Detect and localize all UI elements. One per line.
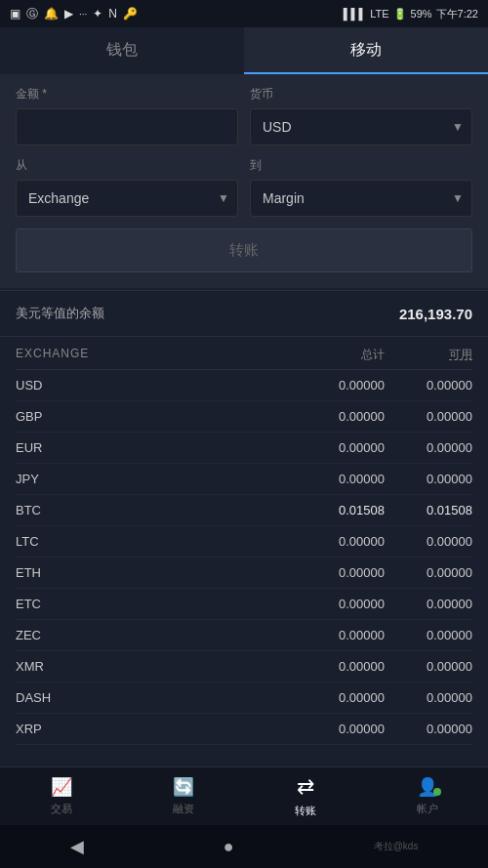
currency-cell: DASH [16,690,74,705]
funding-icon: 🔄 [173,776,194,798]
back-button[interactable]: ◀ [70,836,84,857]
icon-square: ▣ [10,7,20,21]
battery-level: 59% [411,8,432,20]
to-group: 到 Margin ▼ [250,157,472,217]
form-row-from-to: 从 Exchange ▼ 到 Margin ▼ [16,157,472,217]
currency-cell: ZEC [16,628,74,642]
exchange-section: EXCHANGE 总计 可用 USD 0.00000 0.00000 GBP 0… [0,337,488,745]
currency-cell: BTC [16,503,74,517]
total-cell: 0.00000 [297,409,385,424]
exchange-section-label: EXCHANGE [16,347,89,363]
to-value: Margin [251,181,471,216]
currency-select[interactable]: USD ▼ [250,108,472,145]
currency-cell: LTC [16,534,74,549]
to-label: 到 [250,157,472,174]
currency-cell: EUR [16,440,74,455]
nav-transfer[interactable]: ⇄ 转账 [244,767,366,825]
currency-cell: XMR [16,659,74,674]
nav-funding-label: 融资 [173,802,194,816]
total-cell: 0.00000 [297,722,385,736]
amount-group: 金额 * [16,86,238,145]
currency-label: 货币 [250,86,472,103]
status-left-icons: ▣ Ⓖ 🔔 ▶ ··· ✦ N 🔑 [10,6,138,22]
home-button[interactable]: ● [224,837,234,857]
account-dot [433,788,441,796]
amount-label: 金额 * [16,86,238,103]
total-cell: 0.00000 [297,378,385,393]
table-row: ZEC 0.00000 0.00000 [16,620,472,651]
currency-cell: JPY [16,472,74,486]
currency-cell: XRP [16,722,74,736]
available-cell: 0.00000 [385,628,472,642]
col-available-header: 可用 [385,347,472,363]
row-values: 0.00000 0.00000 [297,472,472,486]
table-row: BTC 0.01508 0.01508 [16,495,472,526]
icon-nfc: N [108,7,117,21]
transfer-btn-row: 转账 [16,228,472,272]
row-values: 0.00000 0.00000 [297,628,472,642]
table-row: EUR 0.00000 0.00000 [16,433,472,464]
transfer-icon: ⇄ [297,774,314,800]
row-values: 0.00000 0.00000 [297,440,472,455]
nav-account-label: 帐户 [417,802,438,816]
available-cell: 0.00000 [385,378,472,393]
available-cell: 0.00000 [385,690,472,705]
icon-key: 🔑 [123,7,138,21]
row-values: 0.00000 0.00000 [297,597,472,611]
status-bar: ▣ Ⓖ 🔔 ▶ ··· ✦ N 🔑 ▌▌▌ LTE 🔋 59% 下午7:22 [0,0,488,27]
nav-trade-label: 交易 [51,802,72,816]
form-row-amount-currency: 金额 * 货币 USD ▼ [16,86,472,145]
nav-account[interactable]: 👤 帐户 [366,767,488,825]
row-values: 0.00000 0.00000 [297,722,472,736]
from-group: 从 Exchange ▼ [16,157,238,217]
table-row: USD 0.00000 0.00000 [16,370,472,401]
row-values: 0.00000 0.00000 [297,409,472,424]
available-cell: 0.00000 [385,597,472,611]
currency-cell: GBP [16,409,74,424]
total-cell: 0.00000 [297,440,385,455]
exchange-rows: USD 0.00000 0.00000 GBP 0.00000 0.00000 … [16,370,472,745]
available-cell: 0.01508 [385,503,472,517]
signal-icon: ▌▌▌ [344,8,366,20]
main-tab-bar: 钱包 移动 [0,27,488,74]
to-select[interactable]: Margin ▼ [250,180,472,217]
icon-bluetooth: ✦ [93,7,102,21]
table-row: XMR 0.00000 0.00000 [16,651,472,682]
trade-icon: 📈 [51,776,72,798]
icon-bell: 🔔 [44,7,59,21]
total-cell: 0.01508 [297,503,385,517]
exchange-col-headers: 总计 可用 [297,347,472,363]
table-row: ETH 0.00000 0.00000 [16,558,472,589]
total-cell: 0.00000 [297,628,385,642]
row-values: 0.01508 0.01508 [297,503,472,517]
row-values: 0.00000 0.00000 [297,534,472,549]
tab-move[interactable]: 移动 [244,27,488,74]
exchange-header: EXCHANGE 总计 可用 [16,337,472,370]
to-arrow-icon: ▼ [452,191,464,205]
signal-label: LTE [370,8,388,20]
available-cell: 0.00000 [385,472,472,486]
amount-input[interactable] [16,108,238,145]
nav-funding[interactable]: 🔄 融资 [122,767,244,825]
available-cell: 0.00000 [385,565,472,580]
nav-transfer-label: 转账 [295,804,316,818]
table-row: LTC 0.00000 0.00000 [16,526,472,558]
total-cell: 0.00000 [297,597,385,611]
available-cell: 0.00000 [385,409,472,424]
android-nav: ◀ ● 考拉@kds [0,825,488,868]
from-label: 从 [16,157,238,174]
from-select[interactable]: Exchange ▼ [16,180,238,217]
tab-wallet[interactable]: 钱包 [0,27,244,74]
currency-arrow-icon: ▼ [452,120,464,134]
bottom-nav: 📈 交易 🔄 融资 ⇄ 转账 👤 帐户 [0,766,488,825]
nav-trade[interactable]: 📈 交易 [0,767,122,825]
available-cell: 0.00000 [385,440,472,455]
row-values: 0.00000 0.00000 [297,659,472,674]
time-display: 下午7:22 [436,7,478,21]
total-cell: 0.00000 [297,565,385,580]
table-row: DASH 0.00000 0.00000 [16,682,472,714]
transfer-button[interactable]: 转账 [16,228,472,272]
row-values: 0.00000 0.00000 [297,690,472,705]
exchange-scroll[interactable]: EXCHANGE 总计 可用 USD 0.00000 0.00000 GBP 0… [0,337,488,800]
total-cell: 0.00000 [297,659,385,674]
